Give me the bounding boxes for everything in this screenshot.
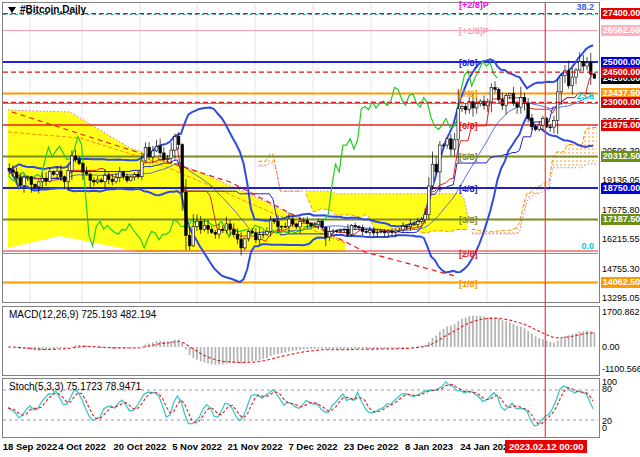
candle-body — [324, 228, 327, 237]
candle-body — [251, 231, 254, 233]
senkou-span-a-line — [472, 128, 597, 232]
candle-body — [229, 224, 232, 230]
candle-body — [350, 225, 353, 234]
candle-body — [236, 235, 239, 239]
candle-body — [409, 224, 412, 226]
candle-body — [394, 231, 397, 233]
stoch-axis-tick: 0 — [602, 423, 607, 433]
candle-body — [428, 186, 431, 214]
candle-body — [34, 184, 37, 186]
candle-body — [144, 147, 147, 161]
date-axis-label: 20 Oct 2022 — [114, 441, 167, 452]
candle-body — [446, 139, 449, 145]
candle-body — [560, 76, 563, 92]
candle-body — [192, 226, 195, 246]
date-axis-label: 8 Jan 2023 — [405, 441, 453, 452]
candle-body — [302, 221, 305, 222]
fib-label-23.6: 23.6 — [576, 92, 594, 101]
candle-body — [210, 229, 213, 232]
candle-body — [12, 170, 15, 172]
candle-body — [118, 172, 121, 178]
candle-body — [100, 180, 103, 182]
candle-body — [405, 226, 408, 227]
candle-body — [152, 151, 155, 157]
candle-body — [531, 118, 534, 127]
price-pane[interactable] — [3, 3, 598, 302]
candle-body — [299, 221, 302, 226]
candle-body — [181, 145, 184, 193]
macd-axis-tick: -1100.566 — [602, 364, 640, 374]
candle-body — [170, 150, 173, 158]
candle-body — [277, 221, 280, 226]
candle-body — [505, 96, 508, 106]
candle-body — [269, 220, 272, 231]
candle-body — [214, 232, 217, 234]
candle-body — [244, 239, 247, 248]
murrey-label-28P: [+2/8]P — [459, 1, 489, 10]
price-axis-tick: 13295.05 — [602, 293, 640, 303]
candle-body — [527, 103, 530, 118]
candle-body — [284, 226, 287, 227]
candle-body — [575, 70, 578, 77]
murrey-label-48: [4/8] — [459, 185, 478, 194]
price-tag-17187.50: 17187.50 — [601, 214, 640, 225]
candle-body — [89, 174, 92, 180]
candle-body — [52, 171, 55, 174]
date-axis-label: 4 Oct 2022 — [58, 441, 106, 452]
candle-body — [413, 224, 416, 225]
candle-body — [104, 175, 107, 181]
macd-indicator-label: MACD(12,26,9) 725.193 482.194 — [9, 310, 156, 320]
symbol-label[interactable]: #Bitcoin,Daily — [8, 5, 86, 15]
candle-body — [416, 221, 419, 224]
candle-body — [494, 87, 497, 89]
candle-body — [582, 62, 585, 66]
candle-body — [37, 182, 40, 187]
candle-body — [450, 139, 453, 149]
murrey-label-18: [1/8] — [459, 280, 478, 289]
candle-body — [475, 104, 478, 108]
candle-body — [74, 156, 77, 160]
marker-date-tag: 2023.02.12 00:00 — [505, 440, 587, 453]
candle-body — [23, 177, 26, 185]
candle-body — [85, 172, 88, 174]
candle-body — [240, 239, 243, 248]
date-axis-label: 7 Dec 2022 — [288, 441, 337, 452]
candle-body — [549, 127, 552, 128]
candle-body — [553, 120, 556, 127]
candle-body — [313, 225, 316, 226]
price-axis-tick: 14755.30 — [602, 264, 640, 274]
candle-body — [472, 102, 475, 108]
candle-body — [571, 77, 574, 86]
candle-body — [306, 221, 309, 224]
candle-body — [534, 127, 537, 130]
candle-body — [358, 227, 361, 228]
candle-body — [41, 178, 44, 181]
candle-body — [361, 228, 364, 232]
murrey-label-78: [7/8] — [459, 90, 478, 99]
macd-pane[interactable] — [8, 316, 594, 365]
price-tag-18750.00: 18750.00 — [601, 183, 640, 194]
candle-body — [468, 102, 471, 110]
candle-body — [155, 146, 158, 151]
candle-body — [225, 224, 228, 230]
candle-body — [372, 231, 375, 233]
candle-body — [159, 146, 162, 153]
candle-body — [490, 87, 493, 102]
candle-body — [196, 221, 199, 226]
candle-body — [129, 177, 132, 181]
candle-body — [78, 160, 81, 164]
murrey-label-28: [2/8] — [459, 250, 478, 259]
candle-body — [439, 145, 442, 172]
candle-body — [221, 229, 224, 230]
candle-body — [258, 235, 261, 240]
price-tag-27400.00: 27400.00 — [601, 8, 640, 19]
price-tag-26562.50: 26562.50 — [601, 25, 640, 36]
candle-body — [126, 176, 129, 180]
macd-axis-tick: 0.00 — [602, 342, 620, 352]
candle-body — [376, 232, 379, 233]
candle-body — [424, 214, 427, 219]
candle-body — [56, 171, 59, 174]
candle-body — [508, 94, 511, 96]
candle-body — [435, 164, 438, 172]
candle-body — [542, 118, 545, 125]
